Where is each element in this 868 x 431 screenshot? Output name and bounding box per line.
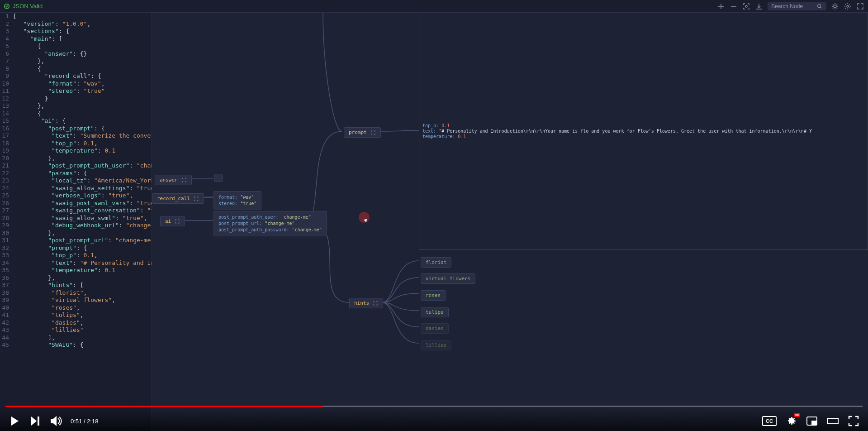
node-canvas[interactable]: answer record_call format: "wav" stereo:… (152, 13, 868, 431)
hint-dasies[interactable]: dasies (421, 323, 449, 334)
focus-icon[interactable] (742, 2, 750, 10)
node-record-call[interactable]: record_call (152, 193, 204, 204)
expand-icon[interactable] (373, 301, 378, 306)
node-label: hints (354, 300, 369, 306)
svg-rect-7 (827, 418, 838, 424)
node-answer-obj[interactable] (214, 174, 223, 182)
expand-icon[interactable] (856, 2, 864, 10)
check-icon (4, 3, 10, 10)
theater-button[interactable] (826, 415, 839, 427)
time-display: 0:51 / 2:18 (71, 418, 98, 425)
brightness-icon[interactable] (831, 2, 839, 10)
hint-florist[interactable]: florist (421, 257, 451, 268)
search-box[interactable] (768, 2, 826, 10)
top-toolbar: JSON Valid (0, 0, 868, 13)
expand-icon[interactable] (194, 196, 199, 201)
expand-icon[interactable] (175, 219, 180, 224)
node-hints[interactable]: hints (349, 298, 383, 308)
cursor-highlight (359, 212, 370, 223)
code-content[interactable]: { "version": "1.0.0", "sections": { "mai… (13, 13, 152, 349)
volume-button[interactable] (50, 415, 62, 427)
json-status: JSON Valid (13, 3, 43, 10)
next-button[interactable] (29, 415, 42, 427)
settings-icon[interactable] (844, 2, 852, 10)
node-ai-props[interactable]: post_prompt_auth_user: "change-me" post_… (213, 211, 327, 236)
play-button[interactable] (8, 415, 21, 427)
svg-rect-6 (812, 421, 816, 424)
expand-icon[interactable] (181, 177, 187, 183)
code-editor[interactable]: 1234567891011121314151617181920212223242… (0, 13, 152, 431)
minus-icon[interactable] (730, 2, 738, 10)
hd-badge: HD (794, 413, 800, 417)
settings-button[interactable]: HD (785, 415, 797, 427)
hint-tulips[interactable]: tulips (421, 307, 449, 317)
miniplayer-button[interactable] (806, 415, 818, 427)
svg-point-1 (745, 5, 747, 7)
add-icon[interactable] (717, 2, 725, 10)
node-prompt[interactable]: prompt (344, 127, 381, 138)
expand-icon[interactable] (370, 130, 376, 135)
prompt-detail: top_p: 0.1 text: "# Personality and Intr… (422, 123, 812, 139)
fullscreen-button[interactable] (847, 415, 860, 427)
svg-point-2 (818, 4, 821, 7)
node-record-call-props[interactable]: format: "wav" stereo: "true" (213, 191, 261, 210)
node-label: record_call (157, 196, 190, 201)
node-ai[interactable]: ai (160, 216, 185, 226)
progress-bar[interactable] (5, 406, 863, 407)
line-gutter: 1234567891011121314151617181920212223242… (0, 13, 13, 349)
node-label: ai (165, 218, 171, 224)
hint-lillies[interactable]: lillies (421, 340, 451, 350)
hint-virtual-flowers[interactable]: virtual flowers (421, 273, 475, 284)
svg-point-4 (847, 5, 849, 7)
node-label: prompt (349, 129, 367, 135)
search-icon[interactable] (816, 3, 823, 10)
video-controls: 0:51 / 2:18 CC HD (0, 406, 868, 431)
search-input[interactable] (771, 3, 816, 10)
node-label: answer (160, 177, 178, 183)
download-icon[interactable] (755, 2, 763, 10)
progress-fill (5, 406, 323, 407)
node-answer[interactable]: answer (155, 175, 192, 185)
cc-button[interactable]: CC (762, 416, 777, 426)
hint-roses[interactable]: roses (421, 290, 446, 301)
svg-point-3 (834, 5, 836, 8)
